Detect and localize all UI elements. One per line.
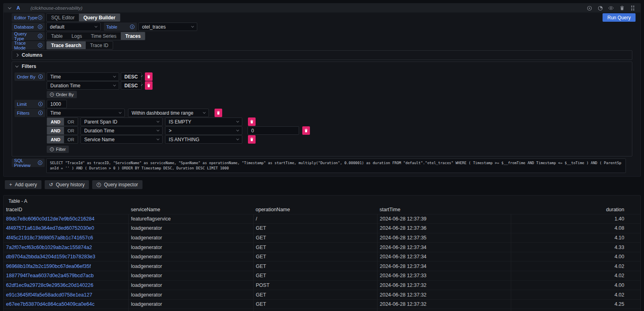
column-header-servicename[interactable]: serviceName bbox=[128, 206, 253, 214]
trace-mode-option-trace-id[interactable]: Trace ID bbox=[86, 41, 113, 49]
order-by-label: Order By bbox=[17, 74, 35, 79]
or-option[interactable]: OR bbox=[64, 127, 78, 134]
trash-icon[interactable] bbox=[619, 5, 625, 11]
trace-id-link[interactable]: 4f497571a618e364ed7ded60752030e0 bbox=[6, 225, 94, 231]
filter-operator-select[interactable]: IS EMPTY bbox=[165, 117, 242, 126]
query-type-option-time-series[interactable]: Time Series bbox=[87, 32, 121, 40]
page: A (clickhouse-observability) bbox=[0, 0, 644, 311]
collapse-chevron-icon[interactable] bbox=[8, 6, 11, 9]
query-footer-actions: + Add query ↺ Query history Query inspec… bbox=[5, 180, 644, 189]
filters-section-header[interactable]: Filters bbox=[12, 62, 632, 71]
query-inspector-button[interactable]: Query inspector bbox=[92, 180, 142, 189]
chevron-down-icon bbox=[236, 120, 239, 123]
database-table-row: Database default Table otel_traces bbox=[12, 23, 636, 31]
and-option[interactable]: AND bbox=[47, 127, 64, 134]
editor-type-option-sql-editor[interactable]: SQL Editor bbox=[47, 14, 79, 21]
filter-operator-value: Within dashboard time range bbox=[132, 110, 193, 116]
filter-condition-row: AND OR Parent Span ID IS EMPTY bbox=[14, 117, 632, 126]
filter-operator-select[interactable]: IS ANYTHING bbox=[165, 135, 242, 144]
pie-chart-icon[interactable] bbox=[597, 5, 603, 11]
operation-name-cell: GET bbox=[253, 233, 377, 243]
query-type-option-traces[interactable]: Traces bbox=[121, 32, 145, 40]
chevron-down-icon bbox=[157, 129, 159, 132]
order-by-field-select[interactable]: Duration Time bbox=[47, 81, 119, 90]
database-select[interactable]: default bbox=[46, 23, 101, 31]
trace-id-link[interactable]: 62df1ec9a29728c9e29536c20d140226 bbox=[6, 282, 93, 288]
remove-filter-button[interactable] bbox=[248, 135, 256, 144]
info-icon[interactable] bbox=[38, 111, 43, 115]
start-time-cell: 2024-06-28 12:37:31 bbox=[377, 309, 511, 311]
order-by-field-select[interactable]: Time bbox=[47, 72, 119, 81]
trace-id-link[interactable]: 96968b10fa2b2c1590bc67dea06ef35f bbox=[6, 264, 91, 269]
record-icon[interactable] bbox=[586, 5, 592, 11]
info-icon[interactable] bbox=[38, 43, 42, 47]
info-icon[interactable] bbox=[38, 102, 43, 106]
trace-id-link[interactable]: e91c3645f04fa5e58adcd0758e1ea127 bbox=[6, 292, 92, 298]
info-icon[interactable] bbox=[38, 74, 43, 79]
query-history-label: Query history bbox=[56, 182, 85, 187]
info-icon[interactable] bbox=[38, 15, 42, 20]
info-icon[interactable] bbox=[130, 25, 134, 29]
column-header-starttime[interactable]: startTime bbox=[377, 206, 511, 214]
trace-id-link[interactable]: 7a2f07ecf63c60b1029ab2ac155874a2 bbox=[6, 245, 92, 250]
query-history-button[interactable]: ↺ Query history bbox=[45, 180, 89, 189]
and-option[interactable]: AND bbox=[47, 118, 64, 126]
filter-field-select[interactable]: Parent Span ID bbox=[80, 117, 163, 126]
trace-id-link[interactable]: db9704a2bbda34204d159c71b78283e3 bbox=[6, 254, 95, 260]
remove-filter-button[interactable] bbox=[302, 126, 310, 135]
trace-id-link[interactable]: 4f45c21918c73698057a8b1c741657c6 bbox=[6, 235, 93, 241]
info-icon[interactable] bbox=[38, 161, 42, 165]
table-select[interactable]: otel_traces bbox=[138, 23, 197, 31]
filters-label-chip: Filters bbox=[14, 109, 45, 117]
remove-filter-button[interactable] bbox=[215, 109, 222, 117]
run-query-button[interactable]: Run Query bbox=[603, 13, 636, 22]
add-query-button[interactable]: + Add query bbox=[5, 180, 41, 189]
trace-id-link[interactable]: e67ee7b53870d4c864ca50409ca0e64c bbox=[6, 301, 95, 307]
order-by-direction-select[interactable]: DESC bbox=[121, 72, 142, 81]
filter-field-select[interactable]: Duration Time bbox=[80, 126, 163, 135]
query-type-option-table[interactable]: Table bbox=[47, 32, 67, 40]
and-option[interactable]: AND bbox=[47, 136, 64, 143]
info-icon[interactable] bbox=[38, 25, 42, 29]
limit-input[interactable]: 1000 bbox=[47, 100, 67, 108]
sql-preview-row: SQL Preview SELECT "TraceId" as traceID,… bbox=[12, 159, 636, 173]
add-query-label: Add query bbox=[15, 182, 37, 187]
filter-value-input[interactable]: 0 bbox=[248, 126, 299, 135]
trace-id-link[interactable]: 89dc7e8c6060c0d12de7e9b50c216284 bbox=[6, 216, 95, 222]
order-by-direction-select[interactable]: DESC bbox=[121, 81, 142, 90]
info-icon[interactable] bbox=[38, 34, 42, 38]
panel-title[interactable]: Table - A bbox=[4, 196, 32, 206]
table-row: 7a2f07ecf63c60b1029ab2ac155874a2 loadgen… bbox=[4, 243, 640, 252]
columns-section-header[interactable]: Columns bbox=[12, 51, 632, 60]
add-order-by-button[interactable]: Order By bbox=[47, 91, 77, 98]
query-type-label-chip: Query Type bbox=[12, 32, 45, 40]
filter-field-select[interactable]: Time bbox=[47, 109, 125, 117]
chevron-down-icon bbox=[191, 25, 194, 28]
editor-type-option-query-builder[interactable]: Query Builder bbox=[79, 14, 120, 21]
column-header-operationname[interactable]: operationName bbox=[253, 206, 377, 214]
column-header-traceid[interactable]: traceID bbox=[4, 206, 128, 214]
or-option[interactable]: OR bbox=[64, 118, 78, 126]
trace-id-link[interactable]: 1887794f7eaa6037d0e2a4579bcd7acb bbox=[6, 273, 94, 278]
operation-name-cell: POST bbox=[253, 280, 377, 290]
table-panel: Table - A traceID serviceName operationN… bbox=[3, 195, 641, 311]
query-type-option-logs[interactable]: Logs bbox=[67, 32, 87, 40]
limit-value: 1000 bbox=[50, 101, 61, 107]
filter-operator-select[interactable]: Within dashboard time range bbox=[128, 109, 209, 117]
remove-filter-button[interactable] bbox=[248, 117, 256, 126]
trace-mode-option-trace-search[interactable]: Trace Search bbox=[47, 41, 86, 49]
filter-field-select[interactable]: Service Name bbox=[80, 135, 163, 144]
order-by-label-chip: Order By bbox=[14, 72, 45, 81]
add-filter-button[interactable]: Filter bbox=[47, 146, 69, 153]
or-option[interactable]: OR bbox=[64, 136, 78, 143]
table-row: db9704a2bbda34204d159c71b78283e3 loadgen… bbox=[4, 252, 640, 262]
remove-order-by-button[interactable] bbox=[145, 72, 153, 81]
service-name-cell: loadgenerator bbox=[128, 290, 253, 300]
filter-operator-select[interactable]: > bbox=[165, 126, 242, 135]
column-header-duration[interactable]: duration bbox=[511, 206, 640, 214]
order-by-field-value: Time bbox=[50, 74, 61, 80]
chevron-down-icon bbox=[113, 75, 116, 78]
drag-handle-icon[interactable] bbox=[630, 5, 636, 11]
eye-icon[interactable] bbox=[608, 5, 614, 11]
remove-order-by-button[interactable] bbox=[145, 81, 153, 90]
